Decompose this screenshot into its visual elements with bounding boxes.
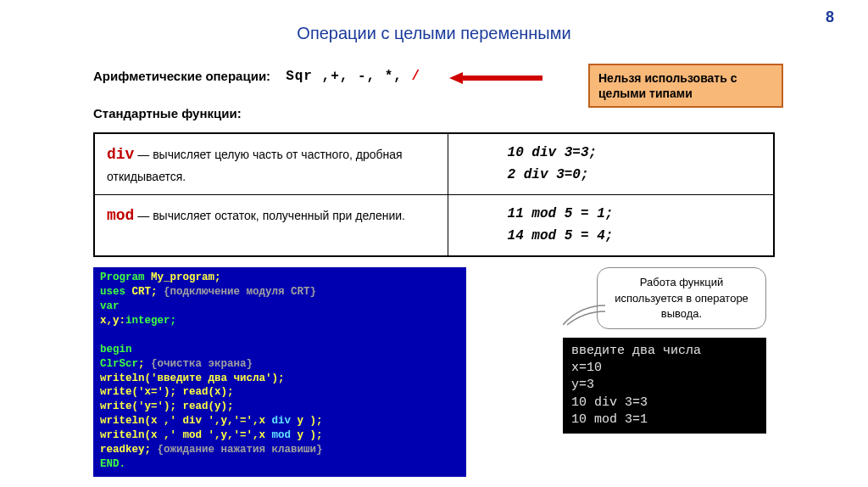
code-kw: var (100, 300, 120, 312)
bottom-row: Program My_program; uses CRT; {подключен… (93, 267, 775, 476)
bubble-wrap: Работа функций используется в операторе … (597, 267, 766, 329)
ops-text: Sqr ,+, -, *, (286, 69, 411, 84)
mod-keyword: mod (107, 207, 134, 224)
page-number: 8 (826, 8, 834, 26)
code-text: writeln(x ,' div ',y,'=',x (100, 415, 272, 427)
bubble-tail-icon (563, 301, 605, 327)
code-line: write('x='); read(x); (100, 386, 234, 398)
code-kw: uses (100, 286, 132, 298)
code-listing: Program My_program; uses CRT; {подключен… (93, 267, 466, 476)
page-title: Операции с целыми переменными (0, 24, 868, 43)
arithmetic-row: Арифметические операции: Sqr ,+, -, *, /… (93, 69, 775, 84)
arithmetic-ops: Sqr ,+, -, *, / (286, 69, 420, 84)
right-column: Работа функций используется в операторе … (475, 267, 775, 434)
mod-ex2: 14 mod 5 = 4; (508, 226, 761, 248)
div-description-cell: div — вычисляет целую часть от частного,… (94, 133, 448, 195)
svg-rect-0 (459, 76, 542, 81)
code-text: y ); (291, 429, 323, 441)
console-line: 10 div 3=3 (571, 395, 758, 411)
arrow-left-icon (449, 72, 542, 84)
table-row: mod — вычисляет остаток, полученный при … (94, 195, 774, 257)
code-line: write('y='); read(y); (100, 400, 234, 412)
code-kw: ClrScr (100, 358, 138, 370)
mod-description-cell: mod — вычисляет остаток, полученный при … (94, 195, 448, 257)
code-comment: {ожидание нажатия клавиши} (151, 444, 323, 456)
code-text: y ); (291, 415, 323, 427)
div-example-cell: 10 div 3=3; 2 div 3=0; (448, 133, 774, 195)
std-functions-label: Стандартные функции: (93, 106, 775, 120)
functions-table: div — вычисляет целую часть от частного,… (93, 132, 775, 257)
content: Арифметические операции: Sqr ,+, -, *, /… (0, 69, 868, 477)
code-op: mod (272, 429, 292, 441)
info-bubble: Работа функций используется в операторе … (597, 267, 766, 329)
mod-desc-text: — вычисляет остаток, полученный при деле… (134, 209, 405, 222)
callout-warning: Нельзя использовать с целыми типами (588, 64, 783, 108)
console-line: 10 mod 3=1 (571, 411, 758, 428)
code-line: readkey; (100, 444, 151, 456)
console-line: введите два числа (571, 343, 758, 360)
code-text: ; (138, 358, 151, 370)
code-text: writeln(x ,' mod ',y,'=',x (100, 429, 272, 441)
code-ident: My_program; (151, 271, 221, 283)
code-ident: CRT; (132, 286, 158, 298)
code-kw: END. (100, 458, 125, 470)
code-kw: Program (100, 271, 151, 283)
div-keyword: div (107, 146, 134, 163)
console-line: x=10 (571, 360, 758, 377)
code-op: div (272, 415, 292, 427)
code-comment: {подключение модуля CRT} (158, 286, 317, 298)
div-desc-text: — вычисляет целую часть от частного, дро… (107, 148, 403, 183)
svg-marker-1 (449, 72, 463, 84)
code-kw: integer; (125, 315, 176, 327)
slash-op: / (412, 69, 421, 84)
console-line: y=3 (571, 377, 758, 394)
mod-ex1: 11 mod 5 = 1; (508, 204, 761, 226)
arithmetic-label: Арифметические операции: (93, 69, 270, 83)
code-comment: {очистка экрана} (151, 358, 253, 370)
table-row: div — вычисляет целую часть от частного,… (94, 133, 774, 195)
code-line: writeln('введите два числа'); (100, 372, 285, 384)
code-kw: begin (100, 344, 132, 355)
div-ex1: 10 div 3=3; (508, 143, 761, 165)
code-ident: x,y: (100, 315, 125, 327)
div-ex2: 2 div 3=0; (508, 165, 761, 187)
console-output: введите два числа x=10 y=3 10 div 3=3 10… (563, 338, 766, 434)
mod-example-cell: 11 mod 5 = 1; 14 mod 5 = 4; (448, 195, 774, 257)
